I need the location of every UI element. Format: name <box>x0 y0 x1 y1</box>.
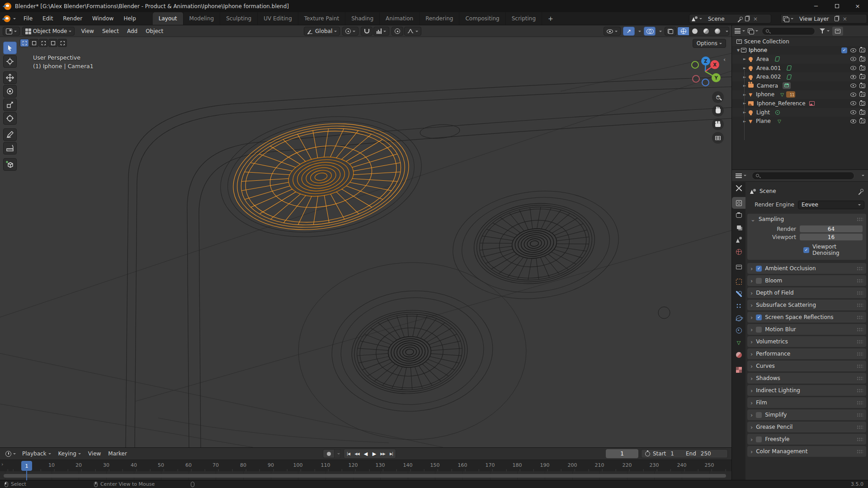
current-frame-field[interactable]: 1 <box>606 449 638 458</box>
panel-volumetrics[interactable]: ›Volumetrics <box>747 336 866 347</box>
timeline-editor-type-button[interactable] <box>3 451 19 457</box>
disable-render-icon[interactable] <box>859 101 865 106</box>
gizmo-axis-y[interactable]: Y <box>712 73 721 82</box>
maximize-button[interactable] <box>826 0 847 12</box>
hide-eye-icon[interactable] <box>850 101 856 105</box>
gizmo-axis-neg-z[interactable] <box>702 79 709 86</box>
timeline-track[interactable] <box>0 471 731 480</box>
timeline-scrollbar[interactable] <box>4 474 726 478</box>
tab-modeling[interactable]: Modeling <box>183 12 220 25</box>
tab-uv-editing[interactable]: UV Editing <box>257 12 298 25</box>
select-intersect-button[interactable] <box>58 39 67 47</box>
hide-eye-icon[interactable] <box>850 93 856 97</box>
tab-output[interactable] <box>732 209 745 221</box>
hide-eye-icon[interactable] <box>850 84 856 88</box>
pin-icon[interactable] <box>858 189 863 193</box>
navigation-gizmo[interactable]: Z X Y <box>683 49 728 94</box>
mode-dropdown[interactable]: Object Mode <box>22 27 75 36</box>
tool-annotate[interactable] <box>3 128 17 141</box>
panel-checkbox[interactable] <box>756 412 762 418</box>
outliner-row-collection-iphone[interactable]: ▼ Iphone ✓ <box>732 46 868 55</box>
panel-checkbox[interactable]: ✓ <box>756 314 762 320</box>
new-collection-button[interactable] <box>832 27 843 36</box>
disclosure-icon[interactable]: ► <box>742 93 747 97</box>
panel-color-management[interactable]: ›Color Management <box>747 446 866 457</box>
panel-film[interactable]: ›Film <box>747 397 866 408</box>
menu-keying[interactable]: Keying <box>55 450 85 457</box>
tab-scripting[interactable]: Scripting <box>505 12 542 25</box>
stopwatch-icon[interactable] <box>645 451 650 456</box>
jump-to-end-button[interactable]: ▶| <box>387 449 396 458</box>
properties-filter-dropdown[interactable] <box>862 175 864 178</box>
tab-object-data[interactable]: ▽ <box>732 337 745 348</box>
tool-select-box[interactable] <box>3 42 17 54</box>
tool-transform[interactable] <box>3 112 17 125</box>
select-extend-button[interactable] <box>29 39 38 47</box>
object-visibility-dropdown[interactable] <box>604 27 621 36</box>
drag-handle-icon[interactable] <box>857 413 863 417</box>
tab-collection[interactable] <box>732 261 745 272</box>
outliner-row-camera[interactable]: ► Camera <box>732 81 868 90</box>
outliner-row-area001[interactable]: ► Area.001 <box>732 64 868 73</box>
auto-keying-button[interactable] <box>323 449 335 458</box>
proportional-falloff-dropdown[interactable] <box>404 27 421 36</box>
play-reverse-button[interactable]: ◀ <box>361 449 370 458</box>
hide-eye-icon[interactable] <box>850 48 856 52</box>
new-scene-icon[interactable] <box>745 16 749 21</box>
drag-handle-icon[interactable] <box>857 376 863 380</box>
menu-playback[interactable]: Playback <box>19 450 55 457</box>
drag-handle-icon[interactable] <box>857 401 863 405</box>
pin-icon[interactable] <box>737 17 742 21</box>
new-view-layer-icon[interactable] <box>835 16 839 21</box>
tool-cursor[interactable] <box>3 55 17 68</box>
delete-scene-icon[interactable]: × <box>751 16 760 22</box>
timeline-ruler[interactable]: 1 10 20 30 40 50 60 70 80 90 100 110 120… <box>0 460 731 471</box>
disable-render-icon[interactable] <box>859 57 865 61</box>
menu-help[interactable]: Help <box>118 12 141 25</box>
shading-rendered-button[interactable] <box>712 27 723 36</box>
playhead[interactable]: 1 <box>21 461 32 471</box>
jump-to-start-button[interactable]: |◀ <box>344 449 353 458</box>
panel-bloom[interactable]: ›Bloom <box>747 275 866 286</box>
panel-freestyle[interactable]: ›Freestyle <box>747 434 866 445</box>
menu-select[interactable]: Select <box>98 28 123 34</box>
drag-handle-icon[interactable] <box>857 364 863 368</box>
camera-view-button[interactable] <box>712 118 724 130</box>
panel-screen-space-reflections[interactable]: ›✓Screen Space Reflections <box>747 312 866 323</box>
start-frame-field[interactable]: 1 <box>670 450 674 457</box>
drag-handle-icon[interactable] <box>857 279 863 283</box>
outliner-display-mode-button[interactable] <box>748 28 758 33</box>
outliner-row-light[interactable]: ► Light <box>732 108 868 117</box>
disclosure-icon[interactable]: ► <box>742 84 747 88</box>
disable-render-icon[interactable] <box>859 66 865 70</box>
disclosure-icon[interactable]: ► <box>742 57 747 61</box>
ortho-toggle-button[interactable] <box>712 132 724 144</box>
sidebar-collapse-arrow[interactable]: ‹ <box>723 56 726 63</box>
menu-render[interactable]: Render <box>58 12 87 25</box>
outliner-row-scene-collection[interactable]: Scene Collection <box>732 37 868 46</box>
shading-material-button[interactable] <box>700 27 712 36</box>
timeline-collapse-arrow[interactable]: › <box>1 461 3 467</box>
next-keyframe-button[interactable]: ▶▶ <box>378 449 387 458</box>
disable-render-icon[interactable] <box>859 92 865 97</box>
drag-handle-icon[interactable] <box>857 389 863 393</box>
panel-sampling-header[interactable]: ⌄ Sampling <box>747 214 866 225</box>
sampling-render-field[interactable]: 64 <box>800 225 863 232</box>
outliner-filter-button[interactable] <box>820 28 830 33</box>
select-invert-button[interactable] <box>48 39 57 47</box>
tab-compositing[interactable]: Compositing <box>459 12 505 25</box>
play-button[interactable]: ▶ <box>370 449 378 458</box>
drag-handle-icon[interactable] <box>857 450 863 454</box>
drag-handle-icon[interactable] <box>857 217 863 221</box>
shading-wireframe-button[interactable] <box>678 27 689 36</box>
minimize-button[interactable]: ─ <box>806 0 826 12</box>
sampling-viewport-field[interactable]: 16 <box>800 234 863 240</box>
snap-target-dropdown[interactable] <box>373 27 389 36</box>
panel-shadows[interactable]: ›Shadows <box>747 373 866 384</box>
outliner-row-iphone-reference[interactable]: ► Iphone_Reference <box>732 99 868 108</box>
shading-dropdown[interactable] <box>723 27 729 36</box>
hide-eye-icon[interactable] <box>850 57 856 61</box>
scene-selector[interactable]: Scene × <box>689 14 771 23</box>
delete-view-layer-icon[interactable]: × <box>840 16 849 22</box>
select-subtract-button[interactable] <box>39 39 48 47</box>
